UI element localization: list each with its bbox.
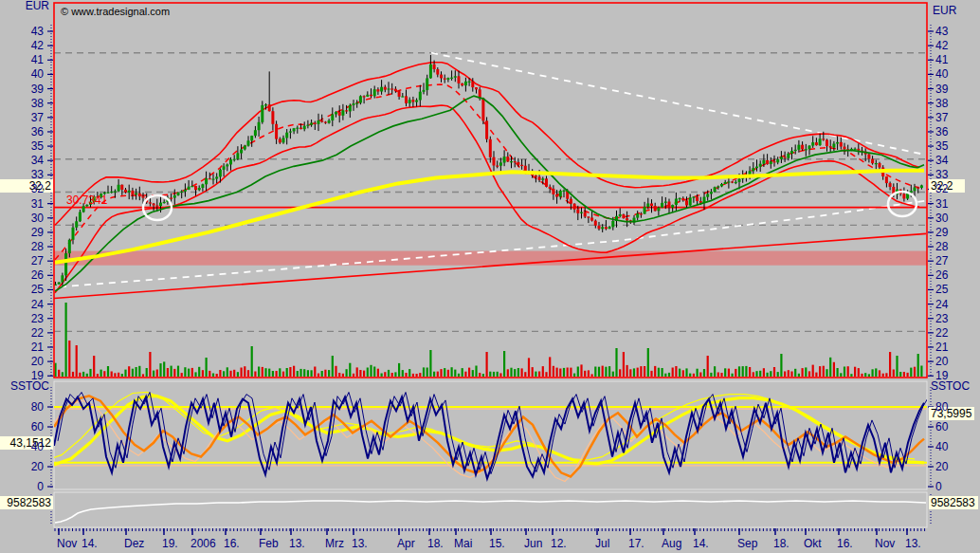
time-axis-label: Sep	[737, 538, 757, 549]
time-axis-label: 13.	[905, 538, 921, 549]
sstoc-axis-label-left: 0	[0, 481, 44, 492]
price-axis-label-left: 43	[0, 26, 44, 37]
price-axis-label-left: 40	[0, 68, 44, 80]
price-axis-label-left: 39	[0, 83, 44, 95]
chart-canvas[interactable]	[0, 0, 980, 553]
price-axis-label-left: 21	[0, 341, 44, 353]
price-axis-label-right: 41	[935, 54, 948, 65]
sstoc-axis-label-left: 40	[0, 441, 44, 452]
time-axis-label: Aug	[662, 538, 681, 549]
sstoc-axis-label-left: 20	[0, 461, 44, 472]
time-axis-label: 14.	[693, 538, 709, 549]
sstoc-axis-label-right: 80	[935, 401, 948, 413]
price-axis-label-left: 31	[0, 198, 44, 210]
time-axis-label: 14.	[82, 538, 98, 549]
price-axis-label-right: 21	[935, 341, 948, 353]
price-axis-label-right: 35	[935, 140, 948, 152]
time-axis-label: Apr	[397, 538, 415, 549]
price-axis-label-left: 27	[0, 255, 44, 267]
price-axis-label-right: 20	[935, 356, 948, 367]
time-axis-label: Feb	[259, 538, 279, 549]
price-axis-label-left: 42	[0, 40, 44, 51]
price-axis-label-left: 32	[0, 183, 44, 194]
price-axis-label-left: 30	[0, 212, 44, 224]
tradesignal-chart-window: EUR EUR © www.tradesignal.com SSTOC SSTO…	[0, 0, 980, 553]
price-axis-label-right: 38	[935, 98, 948, 109]
time-axis-label: 16.	[224, 538, 240, 549]
price-axis-label-right: 28	[935, 241, 948, 252]
price-axis-label-right: 43	[935, 26, 948, 37]
price-axis-label-right: 22	[935, 327, 948, 339]
price-axis-label-right: 29	[935, 227, 948, 238]
price-axis-label-left: 37	[0, 112, 44, 123]
time-axis-label: 18.	[427, 538, 444, 549]
price-axis-label-left: 28	[0, 241, 44, 252]
time-axis-label: 16.	[837, 538, 853, 549]
price-axis-label-right: 27	[935, 255, 948, 267]
sstoc-axis-label-right: 60	[935, 421, 948, 433]
price-axis-label-right: 30	[935, 212, 948, 224]
time-axis-label: Mai	[454, 538, 472, 549]
price-axis-label-left: 22	[0, 327, 44, 339]
price-axis-label-left: 33	[0, 169, 44, 180]
price-axis-label-right: 19	[935, 370, 948, 381]
price-axis-label-left: 41	[0, 54, 44, 65]
sstoc-axis-label-left: 80	[0, 401, 44, 413]
sstoc-axis-label-right: 20	[935, 461, 948, 472]
volume-value-tag-right: 9582583	[929, 496, 978, 509]
price-axis-label-right: 32	[935, 183, 948, 194]
price-axis-title-right: EUR	[933, 5, 956, 17]
price-axis-label-left: 29	[0, 227, 44, 238]
time-axis-label: 12.	[551, 538, 567, 549]
time-axis-label: 19.	[162, 538, 178, 549]
time-axis-label: 13.	[289, 538, 305, 549]
time-axis-label: Nov	[875, 538, 895, 549]
price-axis-label-right: 31	[935, 198, 948, 210]
price-axis-label-right: 34	[935, 155, 948, 166]
time-axis-label: 2006	[191, 538, 216, 549]
price-axis-label-left: 20	[0, 356, 44, 367]
price-axis-label-left: 36	[0, 126, 44, 138]
price-axis-label-right: 33	[935, 169, 948, 180]
volume-value-tag-left: 9582583	[0, 496, 53, 509]
sstoc-axis-label-right: 40	[935, 441, 948, 452]
price-axis-label-left: 23	[0, 313, 44, 324]
time-axis-label: 18.	[773, 538, 789, 549]
price-axis-label-right: 23	[935, 313, 948, 324]
price-axis-label-right: 36	[935, 126, 948, 138]
time-axis-label: 17.	[628, 538, 644, 549]
time-axis-label: 15.	[489, 538, 505, 549]
price-axis-label-right: 25	[935, 284, 948, 295]
price-axis-label-left: 25	[0, 284, 44, 295]
time-axis-label: Jun	[524, 538, 542, 549]
time-axis-label: Jul	[595, 538, 609, 549]
sstoc-axis-label-right: 0	[935, 481, 942, 492]
price-axis-label-left: 38	[0, 98, 44, 109]
price-axis-label-right: 40	[935, 68, 948, 80]
price-axis-label-left: 19	[0, 370, 44, 381]
time-axis-label: 13.	[352, 538, 368, 549]
price-axis-label-left: 26	[0, 269, 44, 281]
horizontal-line-price-label: 30.7341	[66, 194, 107, 207]
price-axis-label-right: 24	[935, 299, 948, 310]
time-axis-label: Okt	[804, 538, 822, 549]
price-axis-label-right: 39	[935, 83, 948, 95]
price-axis-label-left: 34	[0, 155, 44, 166]
time-axis-label: Dez	[124, 538, 144, 549]
copyright-text: © www.tradesignal.com	[61, 6, 170, 18]
price-axis-label-left: 24	[0, 299, 44, 310]
time-axis-label: Mrz	[325, 538, 344, 549]
price-axis-label-right: 37	[935, 112, 948, 123]
price-axis-label-right: 42	[935, 40, 948, 51]
price-axis-label-left: 35	[0, 140, 44, 152]
sstoc-axis-label-left: 60	[0, 421, 44, 433]
price-axis-label-right: 26	[935, 269, 948, 281]
time-axis-label: Nov	[57, 538, 77, 549]
price-axis-title-left: EUR	[0, 0, 49, 12]
